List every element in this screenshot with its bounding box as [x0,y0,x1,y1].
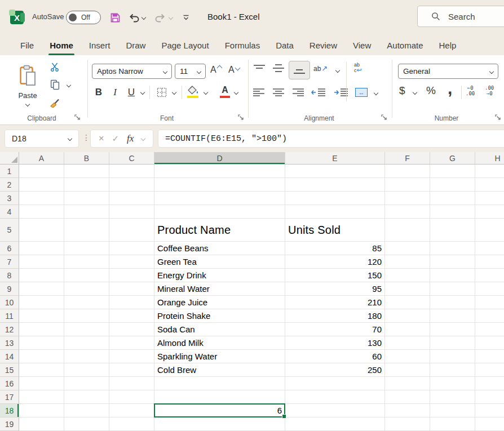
cell-C3[interactable] [109,192,154,205]
row-header-4[interactable]: 4 [0,205,19,219]
increase-decimal-button[interactable]: ←0.00 [466,85,475,96]
cell-F14[interactable] [385,350,430,363]
cell-D13[interactable]: Almond Milk [154,336,285,350]
cell-G7[interactable] [430,255,475,269]
cell-F9[interactable] [385,282,430,296]
cell-D17[interactable] [154,390,285,404]
cell-H1[interactable] [475,165,504,178]
cell-E6[interactable]: 85 [285,242,385,255]
tab-help[interactable]: Help [432,35,464,55]
cell-B10[interactable] [64,296,109,309]
cell-E12[interactable]: 70 [285,323,385,336]
cell-B15[interactable] [64,363,109,377]
row-header-14[interactable]: 14 [0,350,19,363]
redo-dropdown-chevron[interactable] [169,15,173,20]
row-header-9[interactable]: 9 [0,282,19,296]
cell-C1[interactable] [109,165,154,178]
cell-H14[interactable] [475,350,504,363]
row-header-16[interactable]: 16 [0,377,19,390]
cell-A8[interactable] [19,269,64,282]
cell-C16[interactable] [109,377,154,390]
search-box[interactable]: Search [417,6,504,27]
cell-A19[interactable] [19,417,64,431]
cell-F5[interactable] [385,219,430,242]
borders-icon[interactable] [156,86,168,99]
redo-icon[interactable] [153,11,167,24]
tab-data[interactable]: Data [268,35,301,55]
cell-D6[interactable]: Coffee Beans [154,242,285,255]
cell-H9[interactable] [475,282,504,296]
decrease-font-size-button[interactable]: A [228,65,240,75]
cell-H8[interactable] [475,269,504,282]
cell-A18[interactable] [19,404,64,417]
cell-D10[interactable]: Orange Juice [154,296,285,309]
cell-D9[interactable]: Mineral Water [154,282,285,296]
cell-D5[interactable]: Product Name [154,219,285,242]
cell-A17[interactable] [19,390,64,404]
align-left-button[interactable] [253,88,265,97]
cell-G13[interactable] [430,336,475,350]
cell-E7[interactable]: 120 [285,255,385,269]
cell-F11[interactable] [385,309,430,323]
cell-H13[interactable] [475,336,504,350]
cell-F10[interactable] [385,296,430,309]
cell-B6[interactable] [64,242,109,255]
cell-E5[interactable]: Units Sold [285,219,385,242]
borders-dropdown-chevron[interactable] [172,90,176,95]
cell-D8[interactable]: Energy Drink [154,269,285,282]
align-center-button[interactable] [272,88,285,97]
cell-D15[interactable]: Cold Brew [154,363,285,377]
cell-F19[interactable] [385,417,430,431]
tab-file[interactable]: File [13,35,41,55]
cell-D12[interactable]: Soda Can [154,323,285,336]
insert-function-chevron[interactable] [141,136,145,141]
cell-C6[interactable] [109,242,154,255]
cell-A14[interactable] [19,350,64,363]
cell-D1[interactable] [154,165,285,178]
cell-F15[interactable] [385,363,430,377]
cell-C4[interactable] [109,205,154,219]
cell-D16[interactable] [154,377,285,390]
cell-G2[interactable] [430,178,475,192]
cell-H11[interactable] [475,309,504,323]
cell-E13[interactable]: 130 [285,336,385,350]
column-header-A[interactable]: A [19,152,64,165]
row-header-11[interactable]: 11 [0,309,19,323]
row-header-12[interactable]: 12 [0,323,19,336]
cell-G11[interactable] [430,309,475,323]
cell-D7[interactable]: Green Tea [154,255,285,269]
decrease-decimal-button[interactable]: .00→0 [485,85,494,96]
cell-C19[interactable] [109,417,154,431]
cell-G19[interactable] [430,417,475,431]
fill-color-icon[interactable] [187,85,199,95]
cut-icon[interactable] [48,62,61,72]
cell-C8[interactable] [109,269,154,282]
cell-D4[interactable] [154,205,285,219]
cell-B2[interactable] [64,178,109,192]
row-header-15[interactable]: 15 [0,363,19,377]
cell-A1[interactable] [19,165,64,178]
undo-icon[interactable] [127,11,141,24]
cell-C2[interactable] [109,178,154,192]
cell-B12[interactable] [64,323,109,336]
cell-B11[interactable] [64,309,109,323]
cell-H12[interactable] [475,323,504,336]
cell-G15[interactable] [430,363,475,377]
cell-B9[interactable] [64,282,109,296]
row-header-3[interactable]: 3 [0,192,19,205]
cell-A11[interactable] [19,309,64,323]
wrap-text-icon[interactable]: abc↩ [354,63,362,73]
cell-B8[interactable] [64,269,109,282]
underline-button[interactable]: U [126,86,136,99]
decrease-indent-button[interactable] [311,88,326,97]
cell-H18[interactable] [475,404,504,417]
cell-A2[interactable] [19,178,64,192]
cell-C5[interactable] [109,219,154,242]
cell-E4[interactable] [285,205,385,219]
cell-B14[interactable] [64,350,109,363]
row-header-2[interactable]: 2 [0,178,19,192]
underline-dropdown-chevron[interactable] [140,90,145,95]
formula-bar-grip[interactable]: ⋮ [82,133,90,142]
font-color-chevron[interactable] [234,90,238,95]
cell-F13[interactable] [385,336,430,350]
